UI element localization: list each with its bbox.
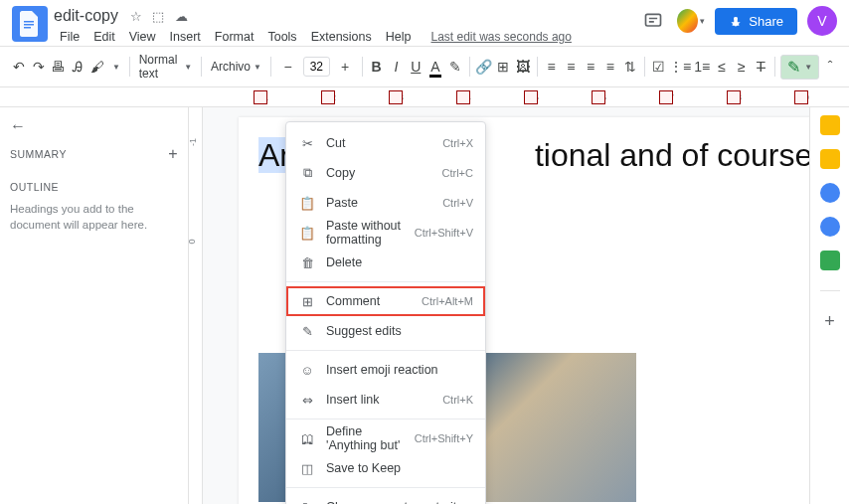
document-canvas[interactable]: -1 0 Anything buttional and of course, e…: [189, 107, 809, 504]
comment-icon[interactable]: ⊞: [494, 55, 512, 79]
font-select[interactable]: Archivo▼: [207, 58, 265, 76]
ctx-paste-without-formatting[interactable]: 📋Paste without formattingCtrl+Shift+V: [286, 218, 485, 248]
line-spacing-icon[interactable]: ⇅: [621, 55, 639, 79]
ctx-insert-emoji-reaction[interactable]: ☺Insert emoji reaction: [286, 355, 485, 385]
ctx-separator: [286, 487, 485, 488]
docs-logo[interactable]: [12, 6, 48, 42]
ctx-label: Comment: [326, 294, 422, 308]
tasks-icon[interactable]: [820, 183, 840, 203]
ctx-paste[interactable]: 📋PasteCtrl+V: [286, 188, 485, 218]
share-button[interactable]: Share: [715, 8, 797, 35]
insert-link-icon: ⇔: [298, 393, 316, 408]
comment-history-icon[interactable]: [639, 7, 667, 35]
zoom-select[interactable]: ▼: [108, 61, 124, 74]
svg-rect-3: [646, 14, 661, 26]
menu-tools[interactable]: Tools: [261, 28, 302, 46]
context-menu: ✂CutCtrl+X⧉CopyCtrl+C📋PasteCtrl+V📋Paste …: [285, 121, 486, 504]
menu-insert[interactable]: Insert: [164, 28, 207, 46]
bold-icon[interactable]: B: [368, 55, 386, 79]
back-icon[interactable]: ←: [10, 117, 178, 135]
keep-icon[interactable]: [820, 149, 840, 169]
align-justify-icon[interactable]: ≡: [601, 55, 619, 79]
summary-heading: SUMMARY: [10, 148, 67, 160]
undo-icon[interactable]: ↶: [10, 55, 28, 79]
star-icon[interactable]: ☆: [130, 9, 142, 24]
print-icon[interactable]: 🖶: [50, 55, 68, 79]
svg-rect-0: [24, 21, 34, 23]
menu-format[interactable]: Format: [209, 28, 260, 46]
ctx-shortcut: Ctrl+K: [442, 394, 473, 406]
move-icon[interactable]: ⬚: [152, 9, 164, 24]
insert-emoji-reaction-icon: ☺: [298, 363, 316, 378]
ctx-insert-link[interactable]: ⇔Insert linkCtrl+K: [286, 385, 485, 415]
align-left-icon[interactable]: ≡: [543, 55, 561, 79]
pencil-icon: ✎: [787, 58, 800, 77]
contacts-icon[interactable]: [820, 217, 840, 237]
delete-icon: 🗑: [298, 255, 316, 270]
underline-icon[interactable]: U: [407, 55, 424, 79]
menu-extensions[interactable]: Extensions: [305, 28, 378, 46]
ctx-shortcut: Ctrl+Alt+M: [422, 295, 473, 307]
ctx-save-to-keep[interactable]: ◫Save to Keep: [286, 453, 485, 483]
spellcheck-icon[interactable]: Ꭿ: [69, 55, 86, 79]
ctx-shortcut: Ctrl+V: [442, 197, 473, 209]
ctx-copy[interactable]: ⧉CopyCtrl+C: [286, 158, 485, 188]
ctx-shortcut: Ctrl+Shift+Y: [415, 432, 473, 444]
ctx-label: Suggest edits: [326, 324, 473, 338]
ctx-suggest-edits[interactable]: ✎Suggest edits: [286, 316, 485, 346]
image-icon[interactable]: 🖼: [514, 55, 532, 79]
redo-icon[interactable]: ↷: [30, 55, 48, 79]
increase-font-icon[interactable]: +: [333, 55, 357, 79]
paint-format-icon[interactable]: 🖌: [88, 55, 106, 79]
ctx-shortcut: Ctrl+X: [442, 137, 473, 149]
comment-icon: ⊞: [298, 294, 316, 309]
clear-format-icon[interactable]: T̶: [753, 55, 770, 79]
align-right-icon[interactable]: ≡: [582, 55, 599, 79]
increase-indent-icon[interactable]: ≥: [733, 55, 751, 79]
body-text: tional and of course, emiss: [535, 137, 809, 173]
hide-menus-icon[interactable]: ˆ: [821, 55, 839, 79]
horizontal-ruler[interactable]: 123456789: [0, 87, 849, 107]
add-on-icon[interactable]: +: [820, 311, 840, 331]
style-select[interactable]: Normal text▼: [135, 51, 197, 83]
ruler-tick: -1: [189, 138, 198, 146]
maps-icon[interactable]: [820, 251, 840, 270]
ctx-separator: [286, 419, 485, 420]
ctx-delete[interactable]: 🗑Delete: [286, 248, 485, 277]
ctx-label: Insert link: [326, 393, 442, 407]
text-color-icon[interactable]: A: [426, 55, 444, 79]
ctx-label: Insert emoji reaction: [326, 363, 473, 377]
ctx-label: Save to Keep: [326, 461, 473, 475]
cloud-icon[interactable]: ☁: [175, 9, 188, 24]
outline-placeholder: Headings you add to the document will ap…: [10, 201, 178, 233]
menu-view[interactable]: View: [123, 28, 162, 46]
last-edit-link[interactable]: Last edit was seconds ago: [431, 30, 572, 44]
decrease-indent-icon[interactable]: ≤: [713, 55, 731, 79]
align-center-icon[interactable]: ≡: [562, 55, 580, 79]
italic-icon[interactable]: I: [388, 55, 406, 79]
menu-help[interactable]: Help: [380, 28, 418, 46]
calendar-icon[interactable]: [820, 115, 840, 135]
outline-heading: OUTLINE: [10, 181, 59, 193]
bulleted-list-icon[interactable]: ⋮≡: [669, 55, 691, 79]
numbered-list-icon[interactable]: 1≡: [693, 55, 711, 79]
vertical-ruler[interactable]: -1 0: [189, 107, 203, 504]
share-label: Share: [749, 14, 783, 29]
highlight-icon[interactable]: ✎: [446, 55, 464, 79]
ctx-change-page-to-portrait[interactable]: ↻Change page to portrait: [286, 492, 485, 504]
add-summary-icon[interactable]: +: [168, 145, 178, 163]
ctx-define-anything-but-[interactable]: 🕮Define 'Anything but'Ctrl+Shift+Y: [286, 423, 485, 453]
avatar[interactable]: V: [807, 6, 837, 36]
decrease-font-icon[interactable]: −: [276, 55, 300, 79]
ctx-shortcut: Ctrl+C: [442, 167, 473, 179]
meet-icon[interactable]: ▾: [677, 7, 705, 35]
menu-file[interactable]: File: [54, 28, 85, 46]
ctx-comment[interactable]: ⊞CommentCtrl+Alt+M: [286, 286, 485, 316]
ctx-cut[interactable]: ✂CutCtrl+X: [286, 128, 485, 158]
link-icon[interactable]: 🔗: [474, 55, 492, 79]
checklist-icon[interactable]: ☑: [649, 55, 667, 79]
font-size-input[interactable]: 32: [303, 57, 330, 77]
document-title[interactable]: edit-copy: [54, 7, 118, 25]
menu-edit[interactable]: Edit: [87, 28, 121, 46]
editing-mode-button[interactable]: ✎ ▼: [780, 55, 819, 80]
